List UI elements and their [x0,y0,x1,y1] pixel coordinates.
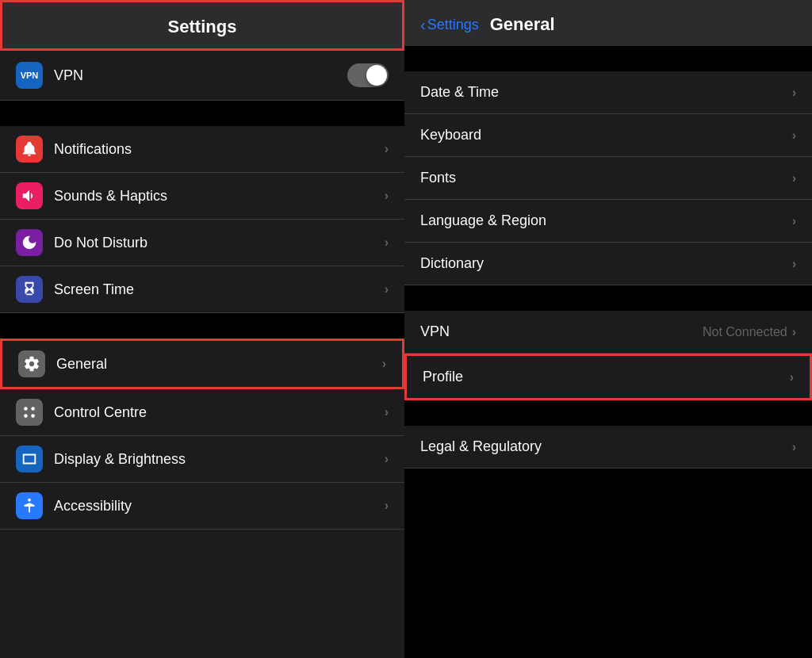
datetime-label: Date & Time [420,84,792,101]
accessibility-label: Accessibility [54,498,385,515]
donotdisturb-icon [16,229,43,256]
separator-1 [0,101,404,126]
right-group-3: Legal & Regulatory › [404,426,812,469]
vpn-status: Not Connected [703,325,787,339]
sidebar-item-display[interactable]: Display & Brightness › [0,436,404,483]
sidebar-item-screentime[interactable]: Screen Time › [0,266,404,313]
sidebar-item-notifications[interactable]: Notifications › [0,126,404,173]
legal-chevron: › [792,440,796,454]
donotdisturb-label: Do Not Disturb [54,235,385,251]
right-item-legal[interactable]: Legal & Regulatory › [404,426,812,469]
sidebar-item-accessibility[interactable]: Accessibility › [0,483,404,530]
legal-label: Legal & Regulatory [420,438,792,455]
back-chevron-icon: ‹ [420,16,426,34]
accessibility-chevron: › [385,499,389,513]
back-label[interactable]: Settings [427,17,479,33]
general-chevron: › [382,357,386,371]
keyboard-chevron: › [792,128,796,143]
right-vpn-label: VPN [420,323,703,340]
right-separator-top [404,46,812,71]
sounds-chevron: › [385,189,389,203]
right-header: ‹ Settings General [404,0,812,46]
separator-2 [0,313,404,339]
screentime-label: Screen Time [54,281,385,298]
sidebar-item-general[interactable]: General › [0,339,404,389]
general-label: General [56,356,382,373]
controlcentre-chevron: › [385,405,389,419]
language-label: Language & Region [420,212,792,229]
display-label: Display & Brightness [54,451,385,468]
svg-point-1 [31,407,35,411]
general-page-title: General [490,14,555,35]
right-item-language[interactable]: Language & Region › [404,200,812,243]
sounds-label: Sounds & Haptics [54,188,385,205]
right-group-2: VPN Not Connected › Profile › [404,311,812,400]
svg-point-4 [28,499,31,502]
display-chevron: › [385,452,389,466]
left-panel: Settings VPN VPN Notifications › Sounds … [0,0,404,658]
vpn-toggle[interactable] [347,63,389,87]
vpn-row[interactable]: VPN VPN [0,51,404,101]
toggle-knob [366,65,387,86]
screentime-icon [16,276,43,303]
datetime-chevron: › [792,86,796,100]
sidebar-item-donotdisturb[interactable]: Do Not Disturb › [0,220,404,266]
svg-point-0 [24,407,28,411]
notifications-chevron: › [385,142,389,156]
profile-label: Profile [423,369,790,385]
right-item-profile[interactable]: Profile › [404,354,812,400]
right-item-datetime[interactable]: Date & Time › [404,71,812,114]
right-separator-mid [404,285,812,311]
donotdisturb-chevron: › [385,235,389,250]
right-panel: ‹ Settings General Date & Time › Keyboar… [404,0,812,658]
dictionary-label: Dictionary [420,255,792,272]
svg-point-3 [31,414,35,418]
vpn-icon-text: VPN [21,71,39,80]
sidebar-item-sounds[interactable]: Sounds & Haptics › [0,173,404,220]
right-item-fonts[interactable]: Fonts › [404,157,812,200]
right-item-vpn[interactable]: VPN Not Connected › [404,311,812,354]
right-item-dictionary[interactable]: Dictionary › [404,243,812,285]
back-button[interactable]: ‹ Settings [420,16,479,34]
right-item-keyboard[interactable]: Keyboard › [404,114,812,157]
controlcentre-label: Control Centre [54,404,385,421]
controlcentre-icon [16,399,43,426]
vpn-label: VPN [54,67,347,84]
display-icon [16,446,43,472]
sidebar-item-controlcentre[interactable]: Control Centre › [0,389,404,436]
notifications-icon [16,136,43,163]
left-header: Settings [0,0,404,51]
language-chevron: › [792,214,796,228]
dictionary-chevron: › [792,257,796,271]
notifications-label: Notifications [54,141,385,158]
profile-chevron: › [790,370,794,384]
sounds-icon [16,182,43,209]
right-vpn-chevron: › [792,325,796,339]
general-icon [18,350,45,377]
right-separator-bottom [404,400,812,426]
vpn-icon: VPN [16,62,43,89]
svg-point-2 [24,414,28,418]
settings-title: Settings [168,17,237,37]
accessibility-icon [16,492,43,519]
fonts-label: Fonts [420,170,792,186]
right-group-1: Date & Time › Keyboard › Fonts › Languag… [404,71,812,285]
screentime-chevron: › [385,282,389,296]
fonts-chevron: › [792,171,796,186]
keyboard-label: Keyboard [420,127,792,143]
